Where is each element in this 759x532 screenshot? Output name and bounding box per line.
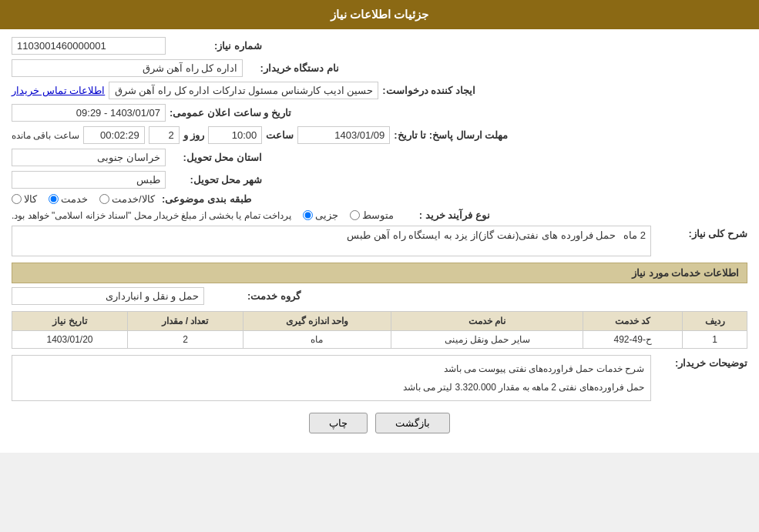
need-desc-value: حمل فراورده های نفتی(نفت گاز)از یزد به ا… — [17, 229, 616, 241]
col-name: نام خدمت — [391, 312, 583, 331]
col-radif: ردیف — [683, 312, 747, 331]
category-kala-radio[interactable] — [12, 194, 22, 204]
category-khedmat-radio[interactable] — [49, 194, 59, 204]
category-kala-item[interactable]: کالا — [12, 193, 37, 205]
city-value: طبس — [12, 171, 166, 189]
need-number-label: شماره نیاز: — [170, 40, 262, 52]
response-date-value: 1403/01/09 — [297, 126, 390, 144]
buyer-notes-line1: شرح خدمات حمل فراورده‌های نفتی پیوست می … — [18, 360, 644, 378]
category-label: طبقه بندی موضوعی: — [159, 193, 251, 205]
buyer-notes-label: توضیحات خریدار: — [655, 355, 747, 369]
category-kala-khedmat-item[interactable]: کالا/خدمت — [99, 193, 155, 205]
city-label: شهر محل تحویل: — [170, 174, 262, 186]
table-row: 1ح-49-492سایر حمل ونقل زمینیماه21403/01/… — [12, 331, 747, 349]
cell-date: 1403/01/20 — [12, 331, 128, 349]
print-button[interactable]: چاپ — [309, 413, 368, 433]
purchase-jozyi-item[interactable]: جزیی — [303, 209, 338, 221]
announcement-date-label: تاریخ و ساعت اعلان عمومی: — [170, 107, 291, 119]
need-number-value: 1103001460000001 — [12, 37, 166, 55]
category-khedmat-label: خدمت — [61, 193, 88, 205]
button-row: بازگشت چاپ — [12, 413, 747, 433]
purchase-motavaset-label: متوسط — [362, 209, 394, 221]
category-kala-label: کالا — [24, 193, 37, 205]
purchase-jozyi-label: جزیی — [315, 209, 338, 221]
category-kala-khedmat-label: کالا/خدمت — [112, 193, 155, 205]
services-table-section: ردیف کد خدمت نام خدمت واحد اندازه گیری ت… — [12, 311, 747, 349]
service-group-value: حمل و نقل و انبارداری — [12, 287, 204, 305]
province-value: خراسان جنوبی — [12, 149, 166, 166]
purchase-type-radio-group: متوسط جزیی — [303, 209, 394, 221]
cell-code: ح-49-492 — [583, 331, 683, 349]
response-days-label: روز و — [183, 129, 205, 141]
page-title: جزئیات اطلاعات نیاز — [331, 8, 428, 21]
col-date: تاریخ نیاز — [12, 312, 128, 331]
announcement-date-value: 1403/01/07 - 09:29 — [12, 104, 166, 122]
page-header: جزئیات اطلاعات نیاز — [0, 0, 759, 29]
creator-value: حسین ادیب کارشناس مسئول تدارکات اداره کل… — [109, 82, 378, 99]
purchase-motavaset-radio[interactable] — [350, 210, 360, 220]
creator-contact-link[interactable]: اطلاعات تماس خریدار — [12, 85, 105, 96]
creator-label: ایجاد کننده درخواست: — [382, 85, 475, 96]
buyer-org-value: اداره کل راه آهن شرق — [12, 59, 243, 77]
remaining-label: ساعت باقی مانده — [12, 130, 79, 141]
purchase-note: پرداخت تمام یا بخشی از مبلغ خریدار محل "… — [12, 210, 291, 221]
cell-unit: ماه — [243, 331, 391, 349]
buyer-org-label: نام دستگاه خریدار: — [247, 62, 339, 74]
category-khedmat-item[interactable]: خدمت — [49, 193, 88, 205]
services-table: ردیف کد خدمت نام خدمت واحد اندازه گیری ت… — [12, 311, 747, 349]
cell-name: سایر حمل ونقل زمینی — [391, 331, 583, 349]
remaining-value: 00:02:29 — [83, 126, 145, 144]
col-code: کد خدمت — [583, 312, 683, 331]
category-radio-group: کالا/خدمت خدمت کالا — [12, 193, 155, 205]
province-label: استان محل تحویل: — [170, 152, 262, 163]
purchase-type-label: نوع فرآیند خرید : — [398, 209, 490, 221]
buyer-notes-line2: حمل فراورده‌های نفتی 2 ماهه به مقدار 3.3… — [18, 378, 644, 396]
response-time-label: ساعت — [266, 129, 294, 141]
col-unit: واحد اندازه گیری — [243, 312, 391, 331]
cell-radif: 1 — [683, 331, 747, 349]
col-count: تعداد / مقدار — [128, 312, 243, 331]
response-time-value: 10:00 — [208, 126, 262, 144]
back-button[interactable]: بازگشت — [375, 413, 450, 433]
purchase-jozyi-radio[interactable] — [303, 210, 313, 220]
need-desc-duration: 2 ماه — [623, 229, 646, 241]
purchase-motavaset-item[interactable]: متوسط — [350, 209, 394, 221]
services-section-title: اطلاعات خدمات مورد نیاز — [12, 263, 747, 283]
cell-count: 2 — [128, 331, 243, 349]
need-desc-label: شرح کلی نیاز: — [655, 226, 747, 239]
buyer-notes-box: شرح خدمات حمل فراورده‌های نفتی پیوست می … — [12, 355, 651, 401]
service-group-label: گروه خدمت: — [208, 290, 301, 302]
response-days-value: 2 — [149, 126, 180, 144]
category-kala-khedmat-radio[interactable] — [99, 194, 109, 204]
response-deadline-label: مهلت ارسال پاسخ: تا تاریخ: — [394, 129, 508, 141]
